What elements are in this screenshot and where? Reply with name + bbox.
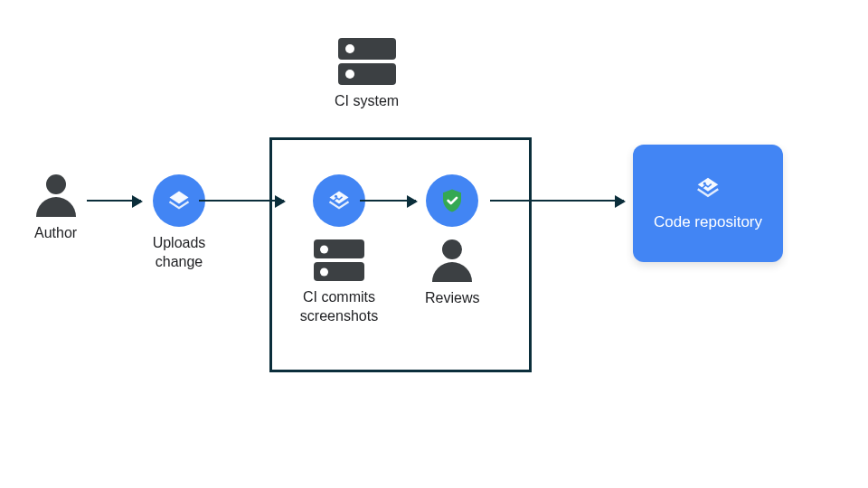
reviews-label: Reviews [425, 289, 479, 308]
code-repository-node: Code repository [633, 145, 783, 262]
person-icon [432, 239, 472, 282]
arrow-uploads-to-ci [199, 200, 284, 202]
ci-system-label: CI system [335, 92, 399, 111]
image-layers-icon [694, 174, 722, 202]
shield-check-icon [426, 174, 478, 227]
reviews-node: Reviews [425, 174, 479, 308]
author-label: Author [34, 224, 77, 243]
uploads-change-label: Uploads change [143, 234, 215, 272]
layers-icon [153, 174, 205, 227]
ci-commits-label: CI commits screenshots [289, 288, 389, 326]
server-icon [338, 38, 396, 85]
arrow-ci-to-reviews [360, 200, 416, 202]
ci-commits-node: CI commits screenshots [289, 174, 389, 326]
arrow-reviews-to-repo [490, 200, 624, 202]
arrow-author-to-uploads [87, 200, 141, 202]
image-layers-icon [313, 174, 365, 227]
person-icon [36, 174, 76, 217]
server-icon [314, 239, 364, 281]
author-node: Author [34, 174, 77, 243]
code-repository-label: Code repository [654, 212, 762, 232]
ci-system-node: CI system [335, 38, 399, 111]
uploads-change-node: Uploads change [143, 174, 215, 272]
